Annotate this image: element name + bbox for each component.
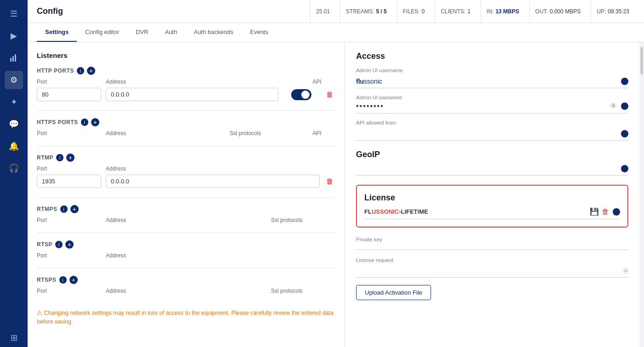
rtmps-header: RTMPS i +: [37, 205, 335, 213]
http-col-address: Address: [106, 79, 294, 85]
license-delete-icon[interactable]: 🗑: [602, 208, 609, 216]
http-ports-info-icon[interactable]: i: [77, 67, 84, 74]
rtsp-label: RTSP: [37, 241, 52, 248]
tab-auth[interactable]: Auth: [156, 23, 185, 42]
stat-in: IN: 13 MBPS: [481, 0, 525, 23]
tab-events[interactable]: Events: [242, 23, 276, 42]
tabs-bar: Settings Config editor DVR Auth Auth bac…: [28, 23, 644, 42]
tab-dvr[interactable]: DVR: [127, 23, 156, 42]
scrollbar-thumb[interactable]: [640, 47, 643, 74]
http-address-input[interactable]: [106, 88, 278, 101]
svg-rect-1: [12, 56, 14, 62]
play-icon[interactable]: ▶: [5, 27, 23, 45]
plugin-icon[interactable]: ✦: [5, 93, 23, 111]
private-key-section: Private key: [356, 237, 628, 250]
license-title: License: [364, 193, 620, 203]
license-request-section: License request ⎘: [356, 257, 628, 278]
rtmp-info-icon[interactable]: i: [56, 154, 63, 161]
sidebar: ☰ ▶ ⚙ ✦ 💬 🔔 🎧 ⊞: [0, 0, 28, 347]
stat-clients: CLIENTS: 1: [435, 0, 476, 23]
license-request-input[interactable]: [356, 265, 620, 277]
rtmp-col-port: Port: [37, 165, 101, 172]
private-key-field: [356, 244, 628, 250]
rtsps-info-icon[interactable]: i: [59, 276, 67, 284]
http-api-toggle-wrapper: [283, 89, 320, 100]
license-request-copy-icon[interactable]: ⎘: [624, 267, 628, 275]
password-field: •••••••• 👁 i: [356, 102, 628, 114]
geoip-info-icon[interactable]: i: [621, 165, 628, 172]
geoip-field: i: [356, 162, 628, 176]
username-info-icon[interactable]: i: [621, 78, 628, 85]
license-key-text: FLUSSONIC-LIFETIME: [364, 208, 586, 215]
license-request-label: License request: [356, 257, 628, 263]
http-ports-add-icon[interactable]: +: [87, 67, 95, 75]
geoip-section: GeoIP i: [356, 150, 628, 176]
rtsps-section: RTSPS i + Port Address Ssl protocols: [37, 276, 335, 294]
license-save-icon[interactable]: 💾: [590, 207, 599, 216]
password-visibility-toggle[interactable]: 👁: [610, 102, 617, 110]
http-ports-header: HTTP Ports i +: [37, 67, 335, 75]
rtsps-add-icon[interactable]: +: [69, 276, 78, 284]
rtmps-add-icon[interactable]: +: [70, 205, 79, 213]
scrollbar-track: [639, 42, 644, 347]
access-section: Access Admin UI username flussonic i Adm…: [356, 51, 628, 141]
upload-activation-file-button[interactable]: Upload Activation File: [356, 285, 431, 300]
listeners-title: Listeners: [37, 51, 335, 59]
http-ports-row: 🗑: [37, 88, 335, 101]
https-ports-label: HTTPS Ports: [37, 119, 78, 125]
rtsp-add-icon[interactable]: +: [65, 240, 74, 249]
api-allowed-info-icon[interactable]: i: [621, 130, 628, 137]
license-info-icon[interactable]: i: [613, 208, 620, 216]
https-col-ssl: Ssl protocols: [230, 130, 294, 137]
menu-icon[interactable]: ☰: [5, 5, 23, 23]
password-label: Admin UI password: [356, 95, 628, 100]
http-port-input[interactable]: [37, 88, 101, 101]
https-ports-header: HTTPS Ports i +: [37, 118, 335, 126]
rtmp-delete-icon[interactable]: 🗑: [324, 176, 335, 188]
username-flu: flu: [356, 78, 364, 85]
username-field: flussonic i: [356, 75, 628, 88]
tab-settings[interactable]: Settings: [37, 23, 77, 42]
rtsps-label: RTSPS: [37, 277, 57, 283]
license-key-rest: -LIFETIME: [399, 208, 428, 215]
headset-icon[interactable]: 🎧: [5, 159, 23, 177]
stat-up: UP: 08:35:23: [591, 0, 635, 23]
content-area: Listeners HTTP Ports i + Port Address AP…: [28, 42, 644, 347]
username-value: flussonic: [356, 78, 382, 85]
rtmps-info-icon[interactable]: i: [60, 205, 68, 213]
rtmp-add-icon[interactable]: +: [66, 154, 75, 162]
alert-icon[interactable]: 🔔: [5, 137, 23, 155]
password-info-icon[interactable]: i: [621, 102, 628, 110]
license-key-USSONIC: USSONIC: [372, 208, 399, 215]
rtsps-header: RTSPS i +: [37, 276, 335, 284]
rtsp-info-icon[interactable]: i: [55, 241, 63, 248]
warning-text: ⚠ Changing network settings may result i…: [37, 310, 334, 325]
rtmp-col-headers: Port Address: [37, 165, 335, 172]
https-ports-info-icon[interactable]: i: [81, 119, 88, 126]
http-delete-icon[interactable]: 🗑: [324, 89, 335, 101]
rtmp-col-address: Address: [106, 165, 335, 172]
rtmp-port-input[interactable]: [37, 175, 101, 188]
http-col-api: API: [299, 79, 335, 85]
http-api-toggle[interactable]: [291, 89, 311, 100]
left-panel: Listeners HTTP Ports i + Port Address AP…: [28, 42, 345, 347]
access-title: Access: [356, 51, 628, 61]
gear-icon[interactable]: ⚙: [5, 71, 23, 89]
api-allowed-label: API allowed from: [356, 120, 628, 125]
http-ports-col-headers: Port Address API: [37, 79, 335, 85]
api-allowed-field: i: [356, 127, 628, 141]
https-col-port: Port: [37, 130, 101, 137]
http-ports-label: HTTP Ports: [37, 68, 74, 74]
rtmps-col-address: Address: [106, 217, 266, 223]
tab-auth-backends[interactable]: Auth backends: [185, 23, 242, 42]
chart-icon[interactable]: [5, 49, 23, 67]
tab-config-editor[interactable]: Config editor: [77, 23, 127, 42]
rtsp-col-address: Address: [106, 252, 335, 259]
http-ports-section: HTTP Ports i + Port Address API 🗑: [37, 67, 335, 101]
window-icon[interactable]: ⊞: [5, 329, 23, 347]
rtmp-address-input[interactable]: [106, 175, 320, 188]
https-ports-add-icon[interactable]: +: [91, 118, 99, 126]
http-col-port: Port: [37, 79, 101, 85]
rtsps-col-ssl: Ssl protocols: [271, 288, 335, 294]
chat-icon[interactable]: 💬: [5, 115, 23, 133]
